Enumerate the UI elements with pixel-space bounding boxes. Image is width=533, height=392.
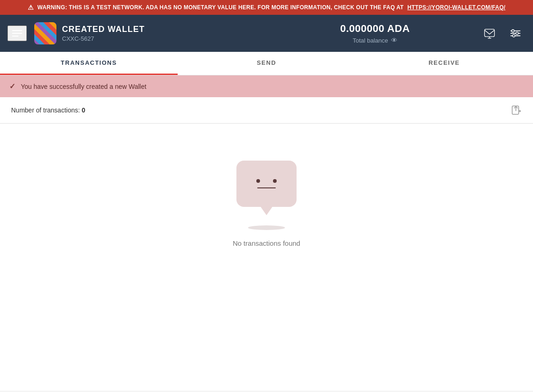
transactions-header: Number of transactions: 0	[0, 97, 533, 124]
bubble-mouth	[257, 187, 276, 188]
svg-point-7	[516, 32, 518, 34]
transactions-count: Number of transactions: 0	[11, 106, 85, 114]
wallet-name: CREATED WALLET	[62, 25, 271, 34]
bubble-shadow	[248, 225, 285, 230]
notifications-button[interactable]	[479, 23, 500, 44]
menu-line-1	[12, 30, 22, 31]
empty-state: No transactions found	[0, 124, 533, 284]
svg-point-8	[513, 35, 515, 37]
menu-line-3	[12, 36, 19, 37]
tab-send[interactable]: SEND	[178, 52, 355, 75]
toggle-balance-visibility-icon[interactable]: 👁	[391, 37, 397, 44]
main-content: Number of transactions: 0 No transaction…	[0, 97, 533, 391]
tabs: TRANSACTIONS SEND RECEIVE	[0, 52, 533, 75]
bubble-eyes	[256, 179, 277, 183]
bubble-eye-right	[273, 179, 277, 183]
tab-transactions[interactable]: TRANSACTIONS	[0, 52, 178, 75]
settings-button[interactable]	[505, 23, 526, 44]
wallet-id: CXXC-5627	[62, 35, 271, 42]
balance-label: Total balance 👁	[271, 37, 479, 44]
empty-illustration	[236, 161, 297, 207]
svg-rect-0	[484, 29, 494, 37]
export-button[interactable]	[511, 105, 522, 116]
sidebar-toggle-button[interactable]	[7, 25, 27, 41]
menu-line-2	[12, 33, 22, 34]
success-banner: ✓ You have successfully created a new Wa…	[0, 75, 533, 97]
settings-icon	[508, 26, 523, 41]
header: CREATED WALLET CXXC-5627 0.000000 ADA To…	[0, 15, 533, 52]
warning-text: WARNING: THIS IS A TEST NETWORK. ADA HAS…	[37, 4, 404, 11]
balance-amount: 0.000000 ADA	[271, 23, 479, 35]
tab-receive[interactable]: RECEIVE	[355, 52, 533, 75]
wallet-avatar	[34, 22, 56, 44]
balance-section: 0.000000 ADA Total balance 👁	[271, 23, 479, 44]
warning-banner: ⚠ WARNING: THIS IS A TEST NETWORK. ADA H…	[0, 0, 533, 15]
notifications-icon	[482, 26, 497, 41]
header-actions	[479, 23, 526, 44]
warning-link[interactable]: HTTPS://YOROI-WALLET.COM/FAQ/	[407, 4, 505, 11]
bubble-eye-left	[256, 179, 260, 183]
success-message: You have successfully created a new Wall…	[21, 83, 146, 90]
export-icon	[511, 105, 522, 116]
warning-icon: ⚠	[28, 4, 34, 11]
wallet-info: CREATED WALLET CXXC-5627	[62, 25, 271, 42]
empty-transactions-text: No transactions found	[233, 239, 300, 247]
check-icon: ✓	[9, 82, 15, 91]
svg-point-6	[512, 30, 514, 32]
